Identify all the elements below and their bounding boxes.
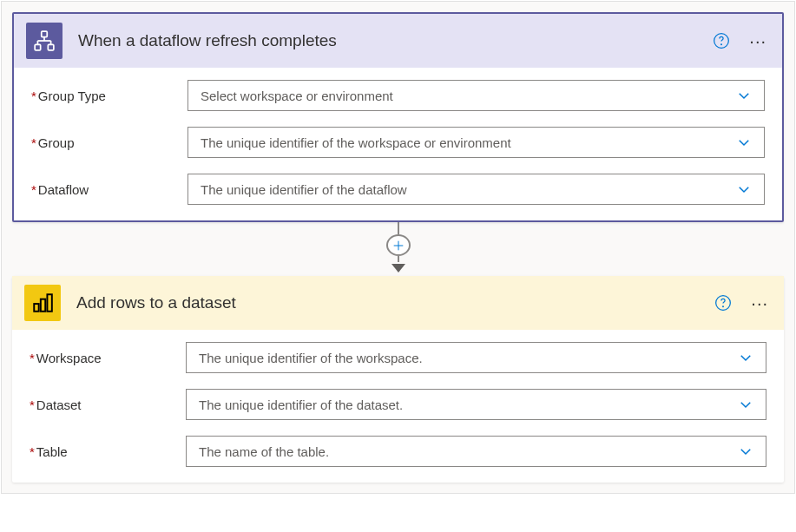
- dataflow-icon: [26, 23, 62, 59]
- label-text: Table: [36, 444, 68, 459]
- select-placeholder: The unique identifier of the dataset.: [199, 397, 738, 412]
- arrow-down-icon: [391, 260, 405, 276]
- label-table: *Table: [30, 444, 186, 459]
- chevron-down-icon: [736, 135, 752, 150]
- chevron-down-icon: [736, 181, 752, 197]
- form-row-group: *Group The unique identifier of the work…: [31, 127, 765, 158]
- flow-designer: When a dataflow refresh completes ··· *G…: [1, 1, 795, 494]
- label-text: Workspace: [36, 351, 102, 365]
- action-header-controls: ···: [714, 293, 772, 313]
- svg-rect-14: [47, 294, 51, 312]
- svg-rect-12: [34, 304, 38, 312]
- action-body: *Workspace The unique identifier of the …: [12, 330, 784, 483]
- connector-line: [398, 222, 399, 234]
- select-group[interactable]: The unique identifier of the workspace o…: [187, 127, 765, 158]
- chevron-down-icon: [736, 88, 752, 103]
- select-placeholder: The unique identifier of the workspace.: [199, 351, 738, 365]
- label-dataset: *Dataset: [30, 397, 186, 412]
- svg-rect-13: [41, 299, 45, 312]
- select-placeholder: The unique identifier of the dataflow: [201, 182, 736, 197]
- action-card: Add rows to a dataset ··· *Workspace The…: [12, 276, 784, 483]
- form-row-table: *Table The name of the table.: [30, 436, 766, 467]
- form-row-dataflow: *Dataflow The unique identifier of the d…: [31, 174, 765, 205]
- select-table[interactable]: The name of the table.: [186, 436, 766, 467]
- label-group-type: *Group Type: [31, 89, 187, 103]
- chevron-down-icon: [738, 350, 753, 365]
- svg-marker-11: [391, 264, 405, 273]
- svg-rect-0: [42, 31, 48, 37]
- form-row-group-type: *Group Type Select workspace or environm…: [31, 80, 765, 111]
- label-dataflow: *Dataflow: [31, 182, 187, 197]
- svg-rect-2: [48, 44, 54, 50]
- chevron-down-icon: [738, 397, 753, 412]
- select-placeholder: The name of the table.: [199, 444, 738, 459]
- label-text: Dataflow: [38, 182, 89, 197]
- trigger-header[interactable]: When a dataflow refresh completes ···: [14, 14, 782, 68]
- trigger-card: When a dataflow refresh completes ··· *G…: [12, 12, 784, 222]
- label-text: Group Type: [38, 89, 106, 103]
- trigger-header-controls: ···: [713, 31, 770, 51]
- trigger-body: *Group Type Select workspace or environm…: [14, 68, 782, 220]
- svg-rect-1: [35, 44, 41, 50]
- svg-point-8: [721, 44, 722, 45]
- action-title: Add rows to a dataset: [76, 293, 699, 312]
- chevron-down-icon: [738, 443, 753, 459]
- add-step-button[interactable]: [386, 234, 411, 256]
- help-icon[interactable]: [714, 294, 732, 312]
- form-row-dataset: *Dataset The unique identifier of the da…: [30, 389, 766, 420]
- select-placeholder: The unique identifier of the workspace o…: [201, 135, 736, 150]
- powerbi-icon: [24, 285, 61, 321]
- label-group: *Group: [31, 135, 187, 150]
- action-header[interactable]: Add rows to a dataset ···: [12, 276, 784, 330]
- select-dataflow[interactable]: The unique identifier of the dataflow: [187, 174, 765, 205]
- form-row-workspace: *Workspace The unique identifier of the …: [30, 342, 766, 373]
- help-icon[interactable]: [713, 32, 730, 49]
- label-workspace: *Workspace: [30, 351, 186, 365]
- label-text: Group: [38, 135, 75, 150]
- more-icon[interactable]: ···: [746, 31, 770, 51]
- more-icon[interactable]: ···: [747, 293, 772, 313]
- select-group-type[interactable]: Select workspace or environment: [187, 80, 765, 111]
- connector: [12, 222, 784, 276]
- select-dataset[interactable]: The unique identifier of the dataset.: [186, 389, 766, 420]
- trigger-title: When a dataflow refresh completes: [78, 31, 697, 50]
- select-workspace[interactable]: The unique identifier of the workspace.: [186, 342, 766, 373]
- svg-point-16: [723, 306, 724, 307]
- label-text: Dataset: [36, 397, 82, 412]
- select-placeholder: Select workspace or environment: [201, 89, 736, 103]
